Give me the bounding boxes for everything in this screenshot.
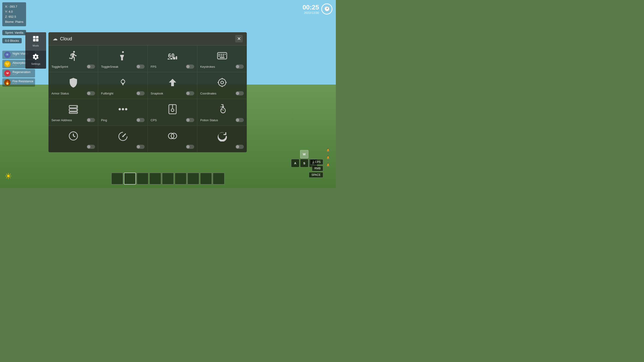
toggle-sprint-label: ToggleSprint [52, 65, 87, 68]
key-s: S [300, 159, 308, 167]
mod-keystrokes[interactable]: Keystrokes [197, 45, 247, 72]
hotbar-slot-2 [124, 173, 136, 185]
keystrokes-bottom: Keystrokes [200, 64, 244, 69]
mod-fullbright[interactable]: Fullbright [98, 72, 148, 99]
svg-rect-13 [225, 54, 226, 55]
night-vision-icon: 👁 [4, 52, 10, 58]
armor-status-switch[interactable] [87, 91, 95, 95]
rings-switch[interactable] [186, 145, 194, 149]
cps-label: CPS [150, 118, 186, 122]
sidebar-panel: Mods Settings [25, 32, 46, 69]
key-w: W [300, 150, 308, 158]
hotbar-slot-4 [149, 173, 161, 185]
refresh-bottom [200, 145, 244, 149]
mod-cps[interactable]: CPS [148, 99, 197, 126]
mod-clock[interactable] [48, 126, 98, 152]
clock-switch[interactable] [87, 145, 95, 149]
coordinates-icon [216, 76, 228, 88]
coords-overlay: X: -393.7 Y: 4.0 Z: 652.5 Biome: Plains [2, 2, 26, 26]
server-address-switch[interactable] [87, 118, 95, 122]
hotbar-slot-6 [174, 173, 186, 185]
sidebar-tab-settings[interactable]: Settings [25, 50, 46, 69]
svg-rect-17 [220, 57, 224, 58]
fullbright-icon [118, 76, 128, 88]
mod-ping[interactable]: Ping [98, 99, 148, 126]
effect-absorption-text: Absorption **.** [12, 61, 27, 67]
sun-icon: ☀ [4, 171, 12, 181]
modal-close-button[interactable]: ✕ [235, 35, 243, 42]
fullbright-bottom: Fullbright [101, 91, 144, 95]
mod-rings[interactable] [148, 126, 197, 152]
mod-toggle-sprint[interactable]: ToggleSprint [48, 45, 98, 72]
coordinates-bottom: Coordinates [200, 91, 244, 95]
fullbright-switch[interactable] [136, 91, 144, 95]
mod-fps[interactable]: 60 FPS [148, 45, 197, 72]
coordinates-switch[interactable] [236, 91, 244, 95]
toggle-sneak-switch[interactable] [136, 64, 144, 69]
mod-armor-status[interactable]: Armor Status [48, 72, 98, 99]
fullbright-label: Fullbright [101, 92, 136, 95]
clock-mod-icon [68, 130, 79, 142]
svg-point-23 [221, 81, 224, 84]
mod-toggle-sneak[interactable]: ToggleSneak [98, 45, 148, 72]
cps-key: 1 CPS [310, 159, 323, 165]
svg-rect-7 [173, 57, 175, 59]
action-keys: 1 CPS RMB SPACE [309, 159, 323, 178]
snaplook-switch[interactable] [186, 91, 194, 95]
svg-rect-32 [69, 112, 78, 113]
speedometer-bottom [101, 145, 144, 149]
hotbar-slot-3 [136, 173, 148, 185]
ping-switch[interactable] [136, 118, 144, 122]
mod-snaplook[interactable]: Snaplook [148, 72, 197, 99]
svg-point-29 [76, 106, 77, 107]
toggle-sneak-label: ToggleSneak [101, 65, 136, 68]
snaplook-bottom: Snaplook [150, 91, 194, 95]
potion-status-switch[interactable] [236, 118, 244, 122]
svg-rect-0 [33, 36, 36, 38]
potion-status-bottom: Potion Status [200, 118, 244, 122]
mod-refresh[interactable] [197, 126, 247, 152]
player-icon-1: 🧍 [325, 147, 331, 154]
toggle-sprint-bottom: ToggleSprint [52, 64, 95, 69]
absorption-label: Absorption [12, 61, 27, 64]
svg-rect-21 [122, 84, 124, 85]
modal-title-row: ☁ Cloud [52, 36, 72, 42]
mod-server-address[interactable]: Server Address [48, 99, 98, 126]
fps-switch[interactable] [186, 64, 194, 69]
armor-status-bottom: Armor Status [52, 91, 95, 95]
hotbar-slot-8 [200, 173, 212, 185]
svg-point-22 [218, 79, 226, 86]
toggle-sprint-switch[interactable] [87, 64, 95, 69]
absorption-stars: **.** [12, 64, 27, 67]
armor-status-icon [68, 76, 79, 88]
server-address-icon [68, 103, 79, 115]
absorption-icon: 💛 [4, 61, 10, 67]
svg-point-37 [171, 109, 174, 111]
cps-switch[interactable] [186, 118, 194, 122]
mod-potion-status[interactable]: Potion Status [197, 99, 247, 126]
sidebar-tab-mods[interactable]: Mods [25, 32, 46, 50]
svg-rect-15 [220, 55, 222, 56]
svg-point-35 [125, 108, 127, 110]
player-icon-2: 🧍 [325, 155, 331, 161]
hotbar-slot-1 [111, 173, 123, 185]
svg-rect-14 [218, 55, 220, 56]
settings-label: Settings [31, 62, 40, 65]
ping-label: Ping [101, 118, 136, 122]
hotbar [111, 173, 225, 185]
snaplook-label: Snaplook [150, 92, 186, 95]
mod-speedometer[interactable] [98, 126, 148, 152]
coord-x: X: -393.7 [5, 4, 23, 9]
sprint-label: Sprint: Vanilla [5, 31, 23, 34]
time-date: 2022/12/30 [302, 11, 319, 14]
svg-rect-10 [218, 54, 220, 55]
server-address-label: Server Address [52, 118, 87, 122]
refresh-switch[interactable] [236, 145, 244, 149]
ping-bottom: Ping [101, 118, 144, 122]
mod-coordinates[interactable]: Coordinates [197, 72, 247, 99]
player-icon-3: 🧍 [325, 162, 331, 168]
time-value: 00:25 [302, 4, 319, 11]
keystrokes-switch[interactable] [236, 64, 244, 69]
effect-regeneration: ❤ Regeneration **.** [2, 69, 35, 77]
speedometer-switch[interactable] [136, 145, 144, 149]
